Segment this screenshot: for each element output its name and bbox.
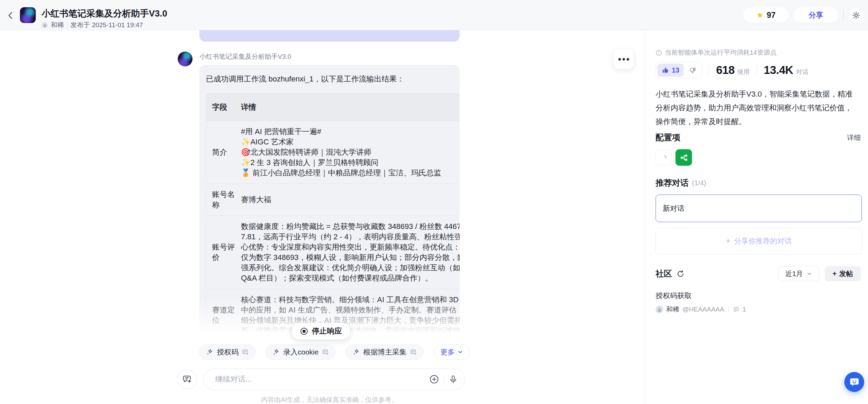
assistant-message-bubble: 已成功调用工作流 bozhufenxi_1，以下是工作流输出结果： 字段 详情 … (199, 65, 460, 338)
row-label: 账号名称 (206, 184, 241, 216)
agent-avatar (20, 7, 36, 23)
recommended-new-chat-card[interactable]: 新对话 (656, 195, 862, 222)
conversations-count: 13.4K (764, 64, 793, 77)
community-post[interactable]: 授权码获取 和稀 @HEAAAAAA 1 (656, 291, 862, 314)
person-icon (43, 23, 47, 28)
message-more-button[interactable] (614, 49, 634, 69)
insert-to-input-icon (322, 349, 329, 356)
divider (843, 10, 844, 20)
workflow-intro-text: 已成功调用工作流 bozhufenxi_1，以下是工作流输出结果： (206, 74, 460, 84)
back-button[interactable] (5, 10, 17, 21)
plus-icon: + (833, 270, 837, 278)
message-input[interactable] (215, 369, 408, 390)
post-comment-count: 1 (743, 306, 746, 313)
recommended-count: (1/4) (692, 179, 706, 187)
settings-button[interactable] (848, 8, 864, 23)
community-title-group: 社区 (656, 268, 778, 279)
suggestion-chips: 授权码 录入cookie (199, 345, 470, 360)
suggestion-chip-cookie[interactable]: 录入cookie (266, 345, 336, 360)
ai-disclaimer: 内容由AI生成，无法确保真实准确，仅供参考。 (199, 395, 460, 404)
thumbs-down-button[interactable] (685, 64, 700, 77)
row-detail: 数据健康度：粉均赞藏比 = 总获赞与收藏数 348693 / 粉丝数 4467 … (241, 216, 460, 289)
feedback-chat-button[interactable] (844, 372, 864, 392)
info-icon (656, 50, 662, 56)
score-button[interactable]: ★ 97 (743, 8, 789, 23)
row-detail: 赛博大福 (241, 184, 460, 216)
post-author-name: 和稀 (666, 305, 679, 314)
top-header: 小红书笔记采集及分析助手V3.0 和稀 发布于 2025-11-01 19:47… (0, 0, 868, 30)
share-button[interactable]: 分享 (793, 8, 838, 23)
model-config-item[interactable] (656, 149, 672, 166)
agent-description: 小红书笔记采集及分析助手V3.0，智能采集笔记数据，精准分析内容趋势，助力用户高… (656, 87, 854, 129)
chat-area: 小红书笔记采集及分析助手V3.0 已成功调用工作流 bozhufenxi_1，以… (0, 30, 645, 404)
chip-label: 授权码 (217, 347, 239, 357)
config-detail-link[interactable]: 详细 (847, 133, 861, 142)
publish-date: 发布于 2025-11-01 19:47 (70, 21, 143, 30)
suggestion-chip-auth-code[interactable]: 授权码 (199, 345, 255, 360)
more-label: 更多 (440, 347, 455, 357)
time-filter-dropdown[interactable]: 近1月 (778, 266, 819, 281)
microphone-icon[interactable] (449, 375, 458, 384)
input-actions (429, 369, 458, 390)
time-filter-value: 近1月 (785, 269, 803, 279)
gear-icon (852, 11, 860, 20)
vote-group: 13 (656, 62, 702, 78)
create-post-button[interactable]: + 发帖 (825, 266, 861, 281)
chat-plus-icon (182, 374, 193, 384)
divider (728, 306, 729, 313)
comment-icon (733, 306, 739, 313)
more-suggestions-button[interactable]: 更多 (434, 345, 470, 360)
attach-plus-icon[interactable] (429, 374, 439, 384)
refresh-button[interactable] (676, 270, 685, 278)
model-logo-icon (658, 152, 670, 163)
assistant-name: 小红书笔记采集及分析助手V3.0 (199, 52, 291, 61)
table-row: 简介 #用 AI 把营销重干一遍# ✨AIGC 艺术家 🎯北大国发院特聘讲师｜混… (206, 121, 460, 184)
insert-to-input-icon (410, 349, 417, 356)
resource-consumption-note: 当前智能体单次运行平均消耗14资源点 (656, 48, 777, 57)
plus-icon: + (726, 237, 730, 245)
community-section-header: 社区 近1月 + 发帖 (656, 266, 861, 281)
share-cta-label: 分享你推荐的对话 (734, 236, 792, 246)
sparkle-icon (272, 348, 280, 356)
usage-stat: 618 使用 (716, 64, 750, 77)
author-avatar (42, 22, 48, 28)
chevron-down-icon (457, 349, 463, 355)
smiley-chat-icon (849, 377, 860, 387)
person-icon (657, 307, 662, 312)
likes-count: 13 (672, 66, 679, 74)
divider (757, 65, 757, 75)
page-title: 小红书笔记采集及分析助手V3.0 (42, 8, 167, 20)
column-header-field: 字段 (206, 94, 241, 121)
stop-label: 停止响应 (312, 326, 342, 336)
sparkle-icon (206, 348, 213, 356)
table-row: 账号评价 数据健康度：粉均赞藏比 = 总获赞与收藏数 348693 / 粉丝数 … (206, 216, 460, 289)
workflow-icon (679, 153, 689, 162)
chip-label: 根据博主采集 (363, 347, 407, 357)
config-section-header: 配置项 详细 (656, 132, 861, 143)
new-conversation-button[interactable] (177, 370, 197, 389)
share-recommended-chat-card[interactable]: + 分享你推荐的对话 (656, 228, 862, 254)
header-actions: ★ 97 分享 (743, 8, 864, 23)
refresh-icon (676, 270, 685, 278)
conversations-label: 对话 (796, 68, 808, 76)
divider (67, 22, 67, 28)
stop-response-button[interactable]: 停止响应 (292, 323, 350, 339)
resource-note-text: 当前智能体单次运行平均消耗14资源点 (665, 48, 777, 57)
suggestion-chip-collect-by-blogger[interactable]: 根据博主采集 (346, 345, 424, 360)
composer (177, 369, 465, 390)
workflow-config-item[interactable] (675, 149, 692, 166)
star-icon: ★ (756, 11, 764, 19)
agent-stats: 13 618 使用 13.4K 对话 (656, 62, 808, 78)
row-label: 账号评价 (206, 216, 241, 289)
chip-label: 录入cookie (283, 347, 319, 357)
stop-icon (300, 327, 308, 335)
thumbs-up-button[interactable]: 13 (657, 64, 684, 77)
agent-info-sidebar: 当前智能体单次运行平均消耗14资源点 13 618 使用 (645, 30, 868, 404)
assistant-avatar (178, 52, 193, 66)
post-title: 授权码获取 (656, 291, 862, 301)
row-label: 赛道定位 (206, 289, 241, 338)
recommended-title: 推荐对话 (656, 177, 689, 188)
author-name: 和稀 (51, 21, 64, 30)
config-title: 配置项 (656, 132, 680, 143)
post-author-handle: @HEAAAAAA (682, 306, 724, 313)
